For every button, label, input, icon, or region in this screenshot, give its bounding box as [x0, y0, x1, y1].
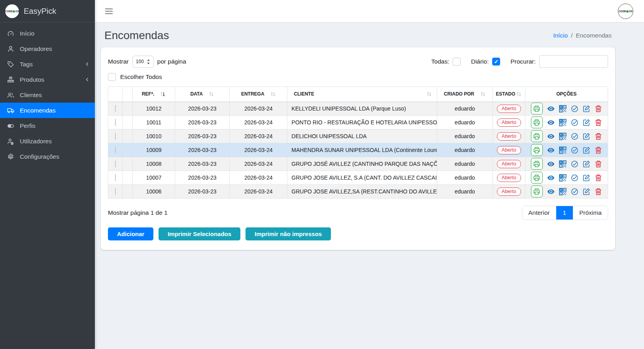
table-row[interactable]: 10008 2026-03-23 2026-03-24 GRUPO JOSÉ A…	[108, 157, 608, 171]
confirm-button[interactable]	[571, 160, 578, 168]
search-input[interactable]	[539, 55, 608, 68]
edit-button[interactable]	[583, 146, 590, 154]
print-button[interactable]	[531, 116, 543, 128]
sidebar: CODEOX EasyPick Início Operadores	[0, 0, 95, 349]
delete-button[interactable]	[595, 160, 602, 168]
breadcrumb-home-link[interactable]: Início	[553, 32, 568, 39]
table-row[interactable]: 10006 2026-03-23 2026-03-24 GRUPO JOSE A…	[108, 185, 608, 199]
table-footer: Mostrar página 1 de 1 Anterior 1 Próxima	[108, 206, 608, 220]
confirm-button[interactable]	[571, 119, 578, 126]
qr-code-button[interactable]	[559, 105, 567, 113]
sidebar-item-label: Início	[20, 30, 34, 37]
sidebar-item-perfis[interactable]: Perfis	[0, 118, 95, 133]
cell-options	[525, 185, 608, 199]
row-checkbox[interactable]	[115, 160, 116, 167]
qr-code-button[interactable]	[559, 188, 567, 195]
select-all-checkbox[interactable]	[108, 73, 116, 81]
delete-button[interactable]	[595, 188, 602, 195]
confirm-button[interactable]	[571, 105, 578, 113]
brand-link[interactable]: CODEOX EasyPick	[0, 0, 95, 23]
table-row[interactable]: 10010 2026-03-23 2026-03-24 DELICHOI UNI…	[108, 129, 608, 143]
header-data[interactable]: DATA	[175, 87, 230, 102]
view-button[interactable]	[547, 160, 555, 168]
edit-button[interactable]	[583, 133, 590, 140]
table-row[interactable]: 10012 2026-03-23 2026-03-24 KELLYDELI UN…	[108, 102, 608, 116]
todas-checkbox[interactable]	[453, 58, 461, 66]
cell-delivery: 2026-03-24	[230, 171, 287, 185]
header-ref[interactable]: REFª.	[133, 87, 175, 102]
sidebar-item-inicio[interactable]: Início	[0, 26, 95, 41]
sidebar-item-tags[interactable]: Tags	[0, 56, 95, 72]
per-page-select[interactable]: 100	[132, 56, 154, 68]
qr-code-button[interactable]	[559, 119, 567, 126]
print-button[interactable]	[531, 144, 543, 156]
print-button[interactable]	[531, 172, 543, 184]
print-unprinted-button[interactable]: Imprimir não impressos	[246, 227, 331, 240]
qr-code-button[interactable]	[559, 133, 567, 140]
qr-code-button[interactable]	[559, 174, 567, 182]
delete-button[interactable]	[595, 146, 602, 154]
view-button[interactable]	[547, 133, 555, 140]
person-icon	[7, 45, 15, 53]
print-button[interactable]	[531, 130, 543, 142]
confirm-button[interactable]	[571, 174, 578, 182]
sidebar-item-produtos[interactable]: Produtos	[0, 72, 95, 87]
edit-button[interactable]	[583, 160, 590, 168]
delete-button[interactable]	[595, 174, 602, 182]
confirm-button[interactable]	[571, 188, 578, 195]
cell-ref: 10009	[133, 143, 175, 157]
edit-button[interactable]	[583, 119, 590, 126]
edit-button[interactable]	[583, 105, 590, 113]
header-criado-por[interactable]: CRIADO POR	[437, 87, 493, 102]
truck-icon	[7, 107, 15, 114]
row-checkbox[interactable]	[115, 174, 116, 181]
view-button[interactable]	[547, 146, 555, 154]
header-opcoes: OPÇÕES	[525, 87, 608, 102]
delete-button[interactable]	[595, 119, 602, 126]
qr-code-button[interactable]	[559, 160, 567, 168]
add-button[interactable]: Adicionar	[108, 227, 153, 240]
view-button[interactable]	[547, 105, 555, 113]
print-button[interactable]	[531, 158, 543, 170]
edit-button[interactable]	[583, 188, 590, 195]
sidebar-item-clientes[interactable]: Clientes	[0, 87, 95, 103]
cell-checkbox	[108, 157, 123, 171]
status-badge: Aberto	[497, 188, 521, 196]
table-row[interactable]: 10009 2026-03-23 2026-03-24 MAHENDRA SUN…	[108, 143, 608, 157]
view-button[interactable]	[547, 188, 555, 195]
hamburger-menu-icon[interactable]	[105, 8, 113, 14]
print-selected-button[interactable]: Imprimir Selecionados	[159, 227, 240, 240]
print-button[interactable]	[531, 103, 543, 114]
cell-created-by: eduardo	[437, 157, 493, 171]
header-cliente[interactable]: CLIENTE	[287, 87, 437, 102]
header-estado[interactable]: ESTADO	[493, 87, 525, 102]
qr-code-button[interactable]	[559, 146, 567, 154]
diario-checkbox[interactable]	[492, 58, 500, 66]
gear-icon	[7, 153, 15, 161]
user-avatar[interactable]: CODEOX	[618, 4, 633, 19]
pagination-prev[interactable]: Anterior	[522, 206, 555, 220]
header-entrega[interactable]: ENTREGA	[230, 87, 287, 102]
main-area: CODEOX Encomendas Início / Encomendas Mo…	[95, 0, 644, 349]
view-button[interactable]	[547, 174, 555, 182]
sidebar-item-encomendas[interactable]: Encomendas	[0, 103, 95, 118]
view-button[interactable]	[547, 119, 555, 126]
sidebar-item-utilizadores[interactable]: Utilizadores	[0, 133, 95, 149]
row-checkbox[interactable]	[115, 133, 116, 140]
delete-button[interactable]	[595, 133, 602, 140]
confirm-button[interactable]	[571, 146, 578, 154]
table-row[interactable]: 10007 2026-03-23 2026-03-24 GRUPO JOSE A…	[108, 171, 608, 185]
row-checkbox[interactable]	[115, 188, 116, 195]
delete-button[interactable]	[595, 105, 602, 113]
pagination-current[interactable]: 1	[556, 206, 573, 220]
sidebar-item-configuracoes[interactable]: Configurações	[0, 149, 95, 164]
print-button[interactable]	[531, 186, 543, 197]
row-checkbox[interactable]	[115, 119, 116, 126]
table-row[interactable]: 10011 2026-03-23 2026-03-24 PONTO RIO - …	[108, 116, 608, 129]
confirm-button[interactable]	[571, 133, 578, 140]
sidebar-item-operadores[interactable]: Operadores	[0, 41, 95, 56]
row-checkbox[interactable]	[115, 146, 116, 154]
pagination-next[interactable]: Próxima	[573, 206, 608, 220]
row-checkbox[interactable]	[115, 105, 116, 112]
edit-button[interactable]	[583, 174, 590, 182]
